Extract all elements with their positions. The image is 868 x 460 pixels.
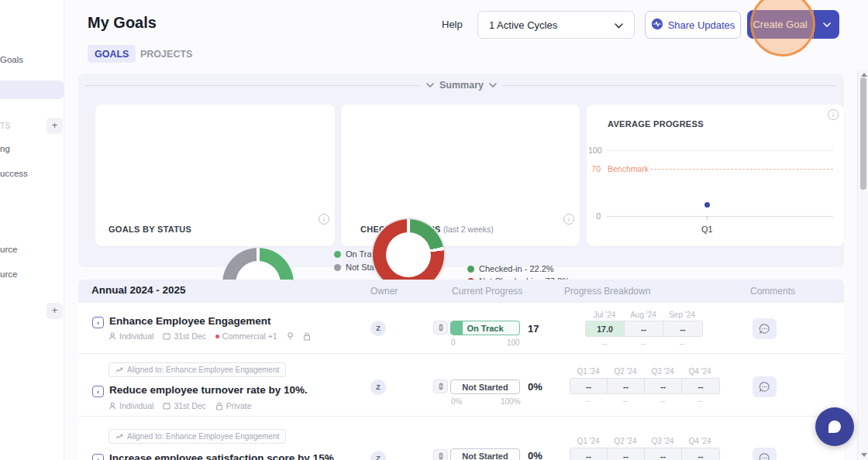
column-progress-breakdown: Progress Breakdown: [564, 286, 650, 297]
status-bar[interactable]: On Track: [450, 321, 520, 335]
comment-button[interactable]: [753, 318, 777, 339]
goal-title[interactable]: Enhance Employee Engagement: [109, 315, 271, 327]
calendar-icon: [163, 402, 170, 410]
x-axis-line: [606, 216, 833, 217]
goal-meta: Individual 31st Dec Commercial +1: [108, 331, 311, 341]
goal-due-date: 31st Dec: [163, 331, 205, 341]
breakdown-subcell: --: [570, 396, 607, 405]
sidebar-item-resource-1[interactable]: urce: [0, 245, 17, 254]
sidebar: Goals TS + ng uccess urce urce +: [0, 0, 64, 460]
legend-dot-notstarted: [334, 264, 341, 271]
breakdown-subcell: --: [681, 396, 718, 405]
create-goal-label: Create Goal: [747, 10, 813, 39]
breakdown-cell: --: [645, 448, 682, 460]
row-separator: [78, 416, 844, 417]
scrollbar[interactable]: [857, 70, 868, 460]
pulse-icon: [651, 18, 663, 33]
status-bar[interactable]: Not Started: [450, 379, 520, 394]
create-goal-button[interactable]: Create Goal: [747, 10, 839, 39]
row-separator: [78, 353, 844, 354]
bar-max-label: 100: [507, 338, 520, 347]
tag-dot-icon: [215, 335, 219, 338]
owner-avatar: Z: [370, 321, 386, 336]
status-label: Not Started: [462, 383, 508, 392]
sidebar-item-department-2[interactable]: uccess: [0, 169, 28, 178]
chat-launcher-button[interactable]: [815, 407, 854, 446]
goal-privacy: Private: [215, 401, 252, 410]
pin-icon[interactable]: [287, 332, 294, 341]
sidebar-item-goals[interactable]: Goals: [0, 55, 23, 64]
goal-title[interactable]: Increase employee satisfaction score by …: [109, 452, 334, 460]
status-bar[interactable]: Not Started: [450, 448, 520, 460]
tab-projects[interactable]: PROJECTS: [140, 45, 192, 63]
chevron-down-icon: [489, 83, 497, 88]
breakdown-cell: --: [682, 379, 719, 393]
average-progress-card: AVERAGE PROGRESS i 100 70 Benchmark 0 Q1: [587, 105, 844, 246]
create-goal-caret[interactable]: [813, 10, 839, 39]
chevron-down-icon: [426, 83, 434, 88]
goal-type: Individual: [108, 401, 153, 410]
scrollbar-thumb[interactable]: [860, 77, 866, 190]
period-label: Q1 '24: [570, 367, 607, 376]
period-label: Q2 '24: [607, 367, 644, 376]
checkin-slider-button[interactable]: [433, 321, 448, 335]
breakdown-subcell: --: [607, 396, 644, 405]
share-updates-button[interactable]: Share Updates: [645, 11, 741, 39]
goal-title[interactable]: Reduce employee turnover rate by 10%.: [109, 384, 308, 396]
sidebar-item-department-1[interactable]: ng: [0, 144, 10, 153]
aligned-to-chip[interactable]: Aligned to: Enhance Employee Engagement: [108, 429, 286, 444]
breakdown-subcell: --: [585, 339, 624, 348]
comment-button[interactable]: [753, 376, 777, 397]
info-icon[interactable]: i: [563, 214, 574, 225]
breakdown-cell: --: [663, 321, 702, 336]
scroll-down-arrow[interactable]: [861, 453, 867, 457]
checkin-slider-button[interactable]: [433, 449, 448, 460]
tab-goals[interactable]: GOALS: [88, 45, 136, 63]
status-label: Not Started: [462, 451, 508, 460]
lock-icon: [303, 332, 311, 341]
chat-bubble-icon: [825, 417, 844, 436]
person-icon: [108, 332, 116, 340]
expand-goal-button[interactable]: ›: [92, 454, 104, 460]
active-cycles-value: 1 Active Cycles: [489, 19, 557, 31]
status-bar-fill: [451, 321, 463, 335]
info-icon[interactable]: i: [828, 109, 839, 120]
owner-avatar: Z: [370, 379, 386, 395]
sidebar-item-resource-2[interactable]: urce: [0, 269, 17, 279]
comment-button[interactable]: [753, 448, 777, 460]
scroll-up-arrow[interactable]: [861, 73, 867, 77]
y-axis-max: 100: [588, 146, 601, 155]
trend-up-icon: [115, 433, 123, 440]
slider-icon: [438, 383, 444, 390]
aligned-to-chip[interactable]: Aligned to: Enhance Employee Engagement: [108, 362, 286, 377]
summary-collapse-toggle[interactable]: Summary: [426, 80, 497, 91]
active-cycles-dropdown[interactable]: 1 Active Cycles: [477, 11, 635, 39]
checkin-slider-button[interactable]: [433, 379, 448, 393]
expand-goal-button[interactable]: ›: [92, 317, 104, 328]
status-label: On Track: [467, 324, 503, 333]
x-tick: [707, 216, 708, 220]
period-label: Aug '24: [624, 311, 663, 319]
breakdown-cell: --: [570, 448, 608, 460]
bar-min-label: 0: [451, 338, 456, 347]
checkin-status-card: CHECK-IN STATUS (last 2 weeks) i Checked…: [341, 105, 580, 246]
expand-goal-button[interactable]: ›: [92, 386, 104, 397]
progress-data-point: [704, 202, 710, 208]
help-link[interactable]: Help: [442, 19, 463, 30]
add-item-button[interactable]: +: [46, 303, 63, 319]
progress-value: 0%: [528, 381, 542, 393]
sidebar-item-selected[interactable]: [0, 81, 64, 99]
goals-by-status-title: GOALS BY STATUS: [108, 225, 191, 234]
period-label: Q4 '24: [681, 367, 718, 376]
y-axis-min: 0: [588, 211, 601, 221]
add-department-button[interactable]: +: [46, 118, 63, 134]
legend-label-checkedin: Checked-in - 22.2%: [479, 264, 554, 273]
breakdown-cells: -- -- -- --: [570, 378, 720, 394]
breakdown-subcell: --: [644, 396, 681, 405]
period-label: Q3 '24: [644, 367, 681, 376]
cycle-section-title: Annual 2024 - 2025: [91, 284, 186, 296]
summary-divider-left: [85, 85, 420, 86]
bar-min-label: 0%: [451, 397, 462, 406]
breakdown-cell: --: [645, 379, 682, 393]
info-icon[interactable]: i: [319, 214, 329, 225]
